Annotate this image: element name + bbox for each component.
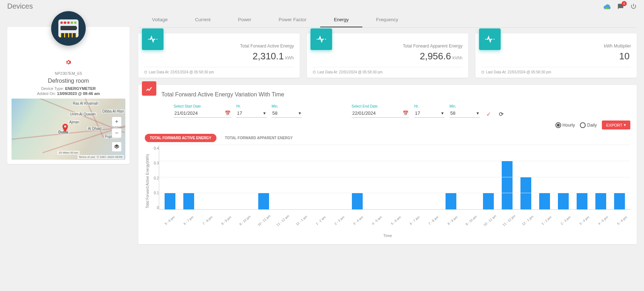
start-hour-select[interactable]: 17▾ — [236, 109, 267, 118]
share-icon: ⌬ — [313, 70, 316, 74]
layers-button[interactable] — [112, 142, 122, 152]
tab-bar: VoltageCurrentPowerPower FactorEnergyFre… — [138, 13, 637, 28]
chevron-down-icon: ▾ — [299, 110, 301, 116]
end-min-select[interactable]: 58▾ — [450, 109, 480, 118]
bar — [446, 193, 456, 209]
svg-rect-2 — [317, 39, 317, 40]
svg-rect-3 — [325, 39, 326, 40]
chevron-down-icon: ▾ — [624, 123, 626, 127]
power-icon[interactable] — [630, 3, 637, 10]
stat-card-2: kWh Multiplier 10 ⌬ Last Data At: 22/01/… — [475, 33, 637, 78]
page-title: Devices — [7, 2, 33, 10]
svg-rect-5 — [494, 39, 495, 40]
bar — [258, 193, 269, 209]
series-tab-1[interactable]: TOTAL FORWARD APPARENT ENERGY — [220, 134, 298, 142]
svg-rect-1 — [157, 39, 157, 40]
tab-current[interactable]: Current — [181, 13, 224, 27]
chart-plot — [159, 145, 630, 210]
chevron-down-icon: ▾ — [263, 110, 266, 116]
chart-card: Total Forward Active Energy Variation Wi… — [138, 85, 637, 244]
bar — [502, 161, 513, 209]
calendar-icon: 📅 — [225, 110, 231, 116]
device-type: Device Type: ENERGYMETER — [12, 86, 125, 91]
pulse-icon — [142, 28, 164, 50]
tab-power-factor[interactable]: Power Factor — [265, 13, 320, 27]
pulse-icon — [479, 28, 501, 50]
series-tab-0[interactable]: TOTAL FORWARD ACTIVE ENERGY — [145, 134, 216, 142]
chart-type-icon — [142, 81, 156, 96]
device-id: NP2307EM_E5 — [12, 71, 125, 76]
stat-card-0: Total Forward Active Energy 2,310.1kWh ⌬… — [138, 33, 300, 78]
chevron-down-icon: ▾ — [477, 110, 479, 116]
svg-rect-0 — [148, 39, 149, 40]
tab-voltage[interactable]: Voltage — [138, 13, 181, 27]
share-icon: ⌬ — [144, 70, 147, 74]
export-button[interactable]: EXPORT▾ — [602, 121, 630, 129]
start-date-input[interactable]: 21/01/2024📅 — [174, 109, 231, 118]
bar — [483, 193, 494, 209]
bar — [352, 193, 363, 209]
gear-icon[interactable] — [66, 59, 71, 65]
hourly-radio[interactable]: Hourly — [555, 122, 575, 128]
refresh-icon[interactable]: ⟳ — [497, 111, 505, 118]
svg-rect-4 — [485, 39, 486, 40]
chat-icon[interactable]: 0 — [617, 3, 624, 10]
bar — [577, 193, 587, 209]
zoom-in-button[interactable]: + — [112, 117, 122, 127]
daily-radio[interactable]: Daily — [580, 122, 597, 128]
map-scale: 20 Miles 50 km — [57, 151, 80, 155]
bar — [595, 193, 606, 209]
bar — [165, 193, 175, 209]
x-axis-label: Time — [145, 233, 630, 238]
stat-card-1: Total Forward Apparent Energy 2,956.6kVA… — [307, 33, 468, 78]
chevron-down-icon: ▾ — [441, 110, 444, 116]
bar — [539, 193, 550, 209]
chart-title: Total Forward Active Energy Variation Wi… — [161, 91, 630, 98]
map-attribution: Terms of use © 1987–2024 HERE — [77, 155, 124, 159]
bar — [614, 193, 625, 209]
device-card: NP2307EM_E5 Defrosting room Device Type:… — [7, 27, 130, 164]
map-pin-icon — [62, 124, 68, 132]
device-added: Added On: 13/09/2023 @ 09:46 am — [12, 91, 125, 96]
end-date-input[interactable]: 22/01/2024📅 — [352, 109, 409, 118]
bar — [558, 193, 569, 209]
pulse-icon — [310, 28, 332, 50]
y-axis-label: Total Forward Active Energy(kWh) — [145, 145, 150, 217]
notification-badge: 0 — [622, 1, 627, 6]
device-map[interactable]: Ras Al Khaimah Umm Al Quwain Ajman Dubai… — [12, 99, 125, 160]
apply-icon[interactable]: ✓ — [485, 111, 492, 118]
cloud-icon[interactable] — [604, 4, 611, 9]
tab-power[interactable]: Power — [224, 13, 265, 27]
tab-frequency[interactable]: Frequency — [362, 13, 412, 27]
device-name: Defrosting room — [12, 78, 125, 84]
start-min-select[interactable]: 58▾ — [272, 109, 302, 118]
share-icon: ⌬ — [481, 70, 484, 74]
calendar-icon: 📅 — [403, 110, 408, 116]
device-avatar — [51, 11, 86, 46]
bar — [520, 177, 531, 210]
tab-energy[interactable]: Energy — [320, 13, 362, 27]
end-hour-select[interactable]: 17▾ — [414, 109, 444, 118]
zoom-out-button[interactable]: − — [112, 128, 122, 138]
bar — [183, 193, 194, 209]
